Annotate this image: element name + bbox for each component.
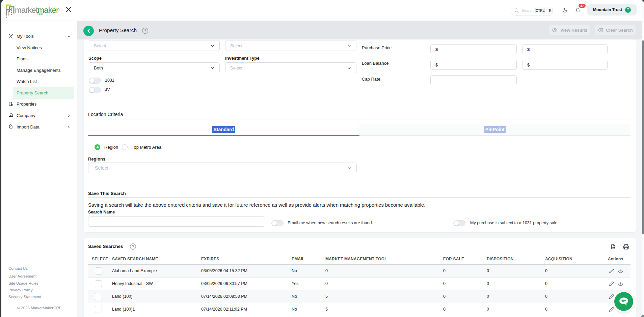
svg-text:?: ? [132,244,134,249]
svg-text:?: ? [144,29,146,33]
svg-text:CRE: CRE [37,13,43,16]
